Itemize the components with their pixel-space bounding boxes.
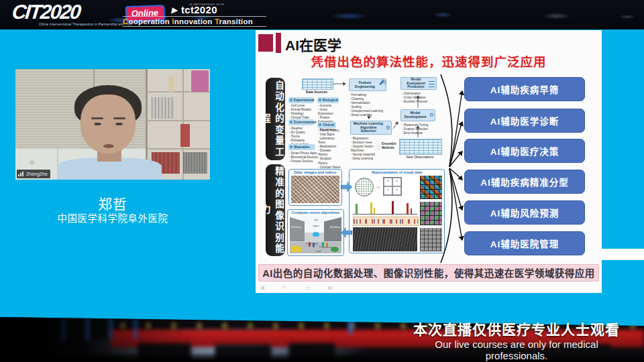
bush-shape	[331, 247, 339, 252]
slogan-word: nnovation	[174, 17, 213, 25]
bird-shape	[313, 232, 319, 237]
tct-arrow-icon: ▶	[171, 5, 179, 15]
scatter-circle	[355, 178, 374, 196]
quadrant-cell: *	[392, 178, 401, 186]
scene-label-building: Building	[330, 225, 340, 229]
category-clinical: Clinical	[317, 122, 336, 128]
tct2020-logo: tct2020	[181, 4, 217, 15]
vision-representation-title: Representation of visual data	[350, 170, 444, 174]
vision-data-title: Data: images and videos	[289, 170, 341, 174]
ai-button-precise-typing[interactable]: AI辅助疾病精准分型	[464, 170, 585, 194]
model-development-list: - Parameter Tuning - Feature Selection -…	[402, 123, 437, 135]
quadrant-cell: *	[384, 186, 392, 195]
audience-notice-en: Our live courses are only for medical pr…	[402, 339, 631, 361]
slide-nav-toolbar[interactable]: ◀ ✎ ▭ ▶	[260, 284, 341, 291]
slide-title: AI在医学	[285, 34, 341, 54]
slide-subtitle: 凭借出色的算法性能，迅速得到广泛应用	[256, 52, 602, 70]
divider	[123, 16, 266, 17]
ml-algorithm-selection-box: Machine Learning Algorithm Selection ⚙	[350, 121, 392, 135]
model-development-title: Model Development	[402, 111, 428, 119]
wrench-icon	[379, 80, 384, 85]
filter-grid-green	[420, 202, 442, 225]
vision-representation-box: Representation of visual data → * * * *	[349, 169, 445, 253]
data-sources-table-icon	[302, 78, 333, 90]
bar	[411, 208, 412, 214]
model-evaluation-box: Model Evaluation/ Prediction	[400, 77, 437, 90]
ai-button-risk-prediction[interactable]: AI辅助风险预测	[464, 200, 585, 225]
audience-notice-zh: 本次直播仅供医疗专业人士观看	[402, 318, 631, 339]
ai-button-hospital-management[interactable]: AI辅助医院管理	[464, 231, 585, 255]
quadrant-cell: *	[392, 186, 401, 195]
stage-blue-light	[349, 316, 352, 334]
speaker-affiliation: 中国医学科学院阜外医院	[15, 210, 210, 225]
design-stripe	[602, 249, 644, 260]
vision-cv-box: Computer vision algorithms sky signs Bui…	[287, 209, 344, 256]
ai-button-medical-decision[interactable]: AI辅助医疗决策	[464, 139, 585, 163]
model-evaluation-list: - Optimization - Cross Validation - Deci…	[402, 92, 437, 104]
model-development-box: Model Development ⚙	[400, 109, 435, 121]
cartoon-street-scene: sky signs Building Building Crosswalk Pe…	[290, 216, 341, 253]
category-wearables: Wearables	[288, 144, 315, 150]
gear-icon: ⚙	[429, 112, 434, 118]
scene-label-road: road	[315, 249, 321, 253]
event-slogan: Cooperation Innovation Transition	[123, 17, 266, 25]
icon-strip	[353, 217, 419, 226]
feature-engineering-list: - Formatting - Cleaning - Normalization …	[350, 93, 386, 117]
category-biological: Biological	[317, 97, 339, 103]
ml-algorithm-selection-title: Machine Learning Algorithm Selection	[352, 122, 384, 134]
new-observations-table-icon	[399, 139, 442, 155]
edge-detection-image	[353, 227, 417, 251]
ml-pipeline-diagram: Data Sources Feature Engineering - Forma…	[287, 74, 445, 168]
vision-data-box: Data: images and videos	[288, 169, 342, 206]
live-stream-screen: CIT2020 China Interventional Therapeutic…	[0, 0, 644, 362]
bar	[407, 203, 409, 214]
cit2020-logo: CIT2020	[11, 1, 81, 23]
bar	[374, 208, 375, 214]
category-experimental: Experimental	[288, 97, 314, 103]
filter-grid-gray	[420, 228, 442, 251]
scene-label-signs: signs	[313, 224, 319, 227]
title-accent-bar	[276, 33, 281, 53]
category-wearables-list: - Smart Phone Apps - Biomedical Devices …	[289, 152, 319, 164]
car-shape	[291, 246, 302, 252]
bar	[370, 202, 372, 214]
speaker-webcam-video: ✻ ✻ ✻ ZhengZhe	[15, 69, 210, 180]
category-experimental-list: - Cell Lines - Animal Models - Histology…	[289, 104, 316, 120]
bar	[392, 201, 394, 214]
slide-summary-bar: AI出色的自动化数据处理、图像识别性能，使得其迅速在医学领域获得应用	[258, 264, 599, 282]
left-label-variable-engineering: 自动化的变量工程	[266, 78, 285, 160]
vision-cv-title: Computer vision algorithms	[288, 210, 343, 215]
sliders-icon	[429, 81, 435, 88]
slogan-word: ooperation	[129, 17, 170, 25]
ai-button-medical-diagnosis[interactable]: AI辅助医学诊断	[464, 109, 585, 133]
divider	[123, 26, 266, 27]
scene-label-crosswalk: Crosswalk	[306, 243, 318, 245]
title-accent-square	[258, 34, 273, 52]
ml-algorithm-list: - Regression - Decision trees - Support …	[351, 137, 384, 161]
bar	[356, 204, 358, 214]
cit-tagline: China Interventional Therapeutics in Par…	[39, 22, 133, 26]
new-observations-label: New Observations	[392, 155, 447, 159]
ai-button-disease-screening[interactable]: AI辅助疾病早筛	[464, 77, 585, 101]
category-environmental: Environmental	[288, 119, 314, 125]
quadrant-cell: *	[384, 178, 392, 186]
histogram-row	[353, 199, 417, 215]
feature-engineering-box: Feature Engineering	[349, 78, 386, 91]
event-banner: CIT2020 China Interventional Therapeutic…	[0, 0, 644, 29]
slogan-word: ransition	[219, 17, 253, 25]
gear-icon: ⚙	[386, 125, 390, 131]
building-shape	[290, 217, 305, 241]
arrow-right-glyph: →	[375, 184, 380, 190]
vision-diagram: Data: images and videos Computer vision …	[287, 168, 445, 263]
data-sources-label: Data Sources	[295, 90, 338, 94]
quadrant-plots: * * * *	[383, 177, 402, 196]
presentation-slide: AI在医学 凭借出色的算法性能，迅速得到广泛应用 自动化的变量工程 精准的图像识…	[256, 30, 602, 293]
slogan-initial: T	[215, 17, 219, 25]
slogan-initial: C	[123, 17, 129, 25]
feature-engineering-title: Feature Engineering	[351, 81, 379, 89]
noisy-image	[291, 176, 339, 203]
building-shape	[324, 217, 341, 241]
left-label-image-recognition: 精准的图像识别能力	[266, 164, 285, 256]
filter-grid-color	[420, 176, 442, 199]
webcam-tint	[15, 69, 210, 180]
